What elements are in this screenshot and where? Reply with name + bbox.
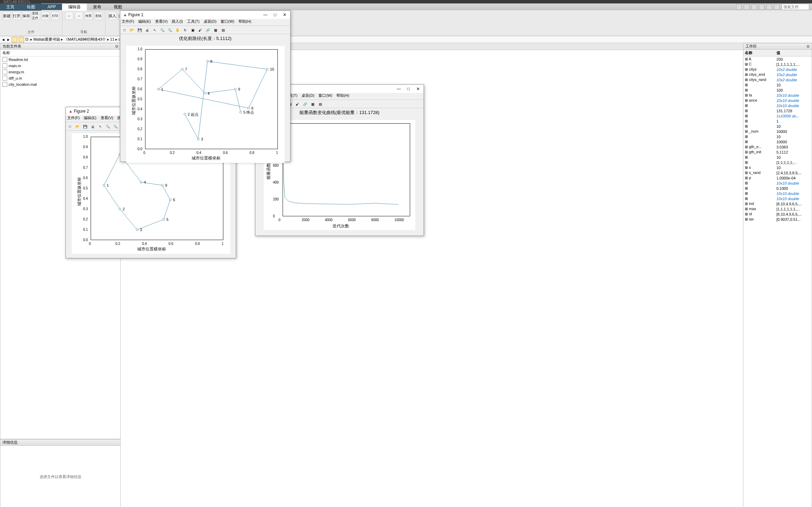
tool-←[interactable]: ←: [65, 12, 73, 20]
legend-icon[interactable]: ▤: [220, 27, 226, 33]
tool-extra[interactable]: 转至: [84, 12, 93, 20]
back-icon[interactable]: ◄: [1, 38, 5, 42]
address-path[interactable]: D: ▸ Matlab重要书籍 ▸ 《MATLAB神经网络43个 ▸ 11 ▸ …: [26, 37, 135, 42]
tool-保存[interactable]: 保存: [22, 12, 30, 20]
ribbon-tab-1[interactable]: 绘图: [21, 3, 41, 11]
workspace-var[interactable]: ⊞ _num10000: [743, 129, 812, 134]
workspace-var[interactable]: ⊞ C[1,1,1,1,1,1,...: [743, 62, 812, 67]
link-icon[interactable]: 🔗: [204, 27, 211, 33]
workspace-var[interactable]: ⊞ max[1,1,1,1,1,1,...: [743, 206, 812, 211]
workspace-var[interactable]: ⊞ 10: [743, 134, 812, 139]
colorbar-icon[interactable]: ▦: [309, 101, 316, 107]
legend-icon[interactable]: ▤: [317, 101, 324, 107]
save-icon[interactable]: 💾: [136, 27, 143, 33]
figure-menu-item[interactable]: 插入(I): [172, 19, 183, 25]
figure-menu-item[interactable]: 查看(V): [155, 19, 168, 25]
tool-插入[interactable]: 插入: [108, 12, 116, 20]
zoom-out-icon[interactable]: 🔍: [166, 27, 173, 33]
workspace-var[interactable]: ⊞ 10x10 double: [743, 191, 812, 196]
brush-icon[interactable]: 🖌: [294, 101, 301, 107]
tool-extra[interactable]: 查找文件: [32, 12, 40, 20]
workspace-var[interactable]: ⊞ 1x10000 do...: [743, 113, 812, 118]
tool-extra[interactable]: 打印: [51, 12, 59, 20]
workspace-var[interactable]: ⊞ citys10x2 double: [743, 67, 812, 72]
open-icon[interactable]: 📂: [129, 27, 135, 33]
tool-extra[interactable]: 查找: [94, 12, 102, 20]
workspace-var[interactable]: ⊞ 10: [743, 124, 812, 129]
maximize-icon[interactable]: □: [272, 12, 278, 18]
figure1-window[interactable]: ▲ Figure 1 — □ ✕ 文件(F)编辑(E)查看(V)插入(I)工具(…: [120, 10, 291, 162]
close-icon[interactable]: ✕: [415, 86, 421, 92]
workspace-var[interactable]: ⊞ gth_e...3.0383: [743, 144, 812, 149]
tool-新建[interactable]: 新建: [3, 12, 11, 20]
minimize-icon[interactable]: —: [396, 86, 402, 92]
figure-menu-item[interactable]: 文件(F): [67, 115, 80, 122]
undo-icon[interactable]: [767, 4, 772, 10]
figure-menu-item[interactable]: 文件(F): [122, 19, 134, 25]
figure1-title-bar[interactable]: ▲ Figure 1 — □ ✕: [120, 11, 290, 19]
doc-search-input[interactable]: [782, 4, 809, 10]
folder-icon[interactable]: [19, 37, 24, 42]
workspace-var[interactable]: ⊞ s_rand[2,4,10,3,8,9,...: [743, 170, 812, 175]
workspace-var[interactable]: ⊞ s10: [743, 165, 812, 170]
figure-menu-item[interactable]: 编辑(E): [138, 19, 151, 25]
zoom-out-icon[interactable]: 🔍: [112, 123, 119, 130]
new-icon[interactable]: □: [67, 123, 73, 130]
workspace-var[interactable]: ⊞ 1: [743, 118, 812, 124]
workspace-var[interactable]: ⊞ 10x10 double: [743, 196, 812, 201]
workspace-var[interactable]: ⊞ gth_init5.1112: [743, 149, 812, 155]
workspace-var[interactable]: ⊞ citys_end10x2 double: [743, 72, 812, 77]
pan-icon[interactable]: ✋: [174, 27, 181, 33]
workspace-var[interactable]: ⊞ 10000: [743, 139, 812, 144]
print-icon[interactable]: 🖨: [89, 123, 96, 130]
workspace-var[interactable]: ⊞ iax[0.9037,0.51...: [743, 217, 812, 222]
open-icon[interactable]: 📂: [74, 123, 81, 130]
figure-menu-item[interactable]: 查看(V): [101, 115, 113, 122]
forward-icon[interactable]: ►: [7, 38, 10, 42]
name-column-header[interactable]: 名称: [0, 50, 120, 56]
workspace-var[interactable]: ⊞ 10: [743, 155, 812, 160]
rotate-icon[interactable]: ↻: [182, 27, 189, 33]
file-item[interactable]: Readme.txt: [0, 56, 120, 63]
workspace-var[interactable]: ⊞ 10: [743, 82, 812, 87]
workspace-var[interactable]: ⊞ ind[8,10,4,9,6,5,...: [743, 201, 812, 206]
save-icon[interactable]: [736, 4, 742, 10]
figure-menu-item[interactable]: 编辑(E): [84, 115, 97, 122]
ribbon-tab-4[interactable]: 发布: [87, 3, 108, 11]
print-icon[interactable]: 🖨: [144, 27, 151, 33]
workspace-var[interactable]: ⊞ ta10x10 double: [743, 93, 812, 98]
workspace-var[interactable]: ⊞ 100: [743, 87, 812, 93]
workspace-var[interactable]: ⊞ id[8,10,4,9,6,5,...: [743, 211, 812, 217]
copy-icon[interactable]: [751, 4, 757, 10]
figure-menu-item[interactable]: 工具(T): [187, 19, 200, 25]
figure-menu-item[interactable]: 桌面(D): [204, 19, 216, 25]
workspace-var[interactable]: ⊞ 10x10 double: [743, 180, 812, 186]
datatip-icon[interactable]: ▣: [189, 27, 196, 33]
workspace-var[interactable]: ⊞ citys_rand10x2 double: [743, 77, 812, 82]
maximize-icon[interactable]: □: [406, 86, 411, 92]
ws-col-value[interactable]: 值: [775, 50, 812, 56]
workspace-var[interactable]: ⊞ [1;1;1;1;1;...: [743, 160, 812, 165]
workspace-var[interactable]: ⊞ 0.1000: [743, 186, 812, 191]
help-icon[interactable]: [774, 4, 780, 10]
workspace-var[interactable]: ⊞ A200: [743, 56, 812, 62]
figure-menu-item[interactable]: 窗口(W): [318, 93, 332, 100]
ribbon-tab-0[interactable]: 主页: [0, 3, 21, 11]
ribbon-tab-2[interactable]: APP: [41, 4, 62, 10]
brush-icon[interactable]: 🖌: [197, 27, 204, 33]
zoom-in-icon[interactable]: 🔍: [159, 27, 166, 33]
file-item[interactable]: diff_u.m: [0, 75, 120, 81]
figure-menu-item[interactable]: 窗口(W): [221, 19, 234, 25]
colorbar-icon[interactable]: ▦: [212, 27, 219, 33]
pointer-icon[interactable]: ↖: [97, 123, 104, 130]
minimize-icon[interactable]: —: [263, 12, 268, 18]
workspace-var[interactable]: ⊞ 10x10 double: [743, 103, 812, 108]
figure-menu-item[interactable]: 帮助(H): [336, 93, 349, 100]
tool-打开[interactable]: 打开: [12, 12, 21, 20]
ribbon-tab-3[interactable]: 编辑器: [62, 3, 87, 11]
link-icon[interactable]: 🔗: [302, 101, 308, 107]
figure-menu-item[interactable]: 帮助(H): [238, 19, 251, 25]
zoom-in-icon[interactable]: 🔍: [104, 123, 111, 130]
save-icon[interactable]: 💾: [82, 123, 89, 130]
tool-extra[interactable]: 比较: [41, 12, 50, 20]
